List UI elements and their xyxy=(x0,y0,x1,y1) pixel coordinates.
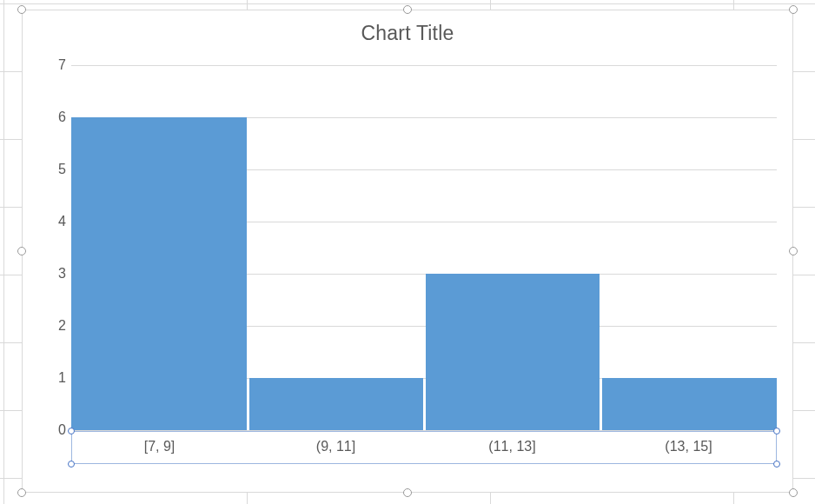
y-tick: 0 xyxy=(40,422,66,438)
selection-handle[interactable] xyxy=(17,247,26,255)
y-tick: 2 xyxy=(40,318,66,334)
y-tick: 4 xyxy=(40,214,66,229)
y-tick: 3 xyxy=(40,266,66,282)
category-axis-handle[interactable] xyxy=(68,428,75,434)
plot-area[interactable] xyxy=(71,65,777,430)
bars xyxy=(71,65,777,430)
y-tick: 5 xyxy=(40,162,66,177)
category-axis-handle[interactable] xyxy=(68,461,75,468)
chart-object[interactable]: Chart Title 0 1 2 3 4 5 6 7 xyxy=(22,10,793,493)
x-tick: (11, 13] xyxy=(424,439,600,454)
selection-handle[interactable] xyxy=(17,5,26,14)
x-tick: (9, 11] xyxy=(248,439,424,454)
y-axis-ticks: 0 1 2 3 4 5 6 7 xyxy=(40,65,66,430)
bar[interactable] xyxy=(249,378,423,430)
selection-handle[interactable] xyxy=(17,488,26,497)
x-tick: [7, 9] xyxy=(71,439,248,454)
bar[interactable] xyxy=(71,117,247,430)
x-axis-ticks: [7, 9] (9, 11] (11, 13] (13, 15] xyxy=(71,439,777,460)
bar[interactable] xyxy=(426,274,600,430)
x-tick: (13, 15] xyxy=(600,439,777,454)
y-tick: 7 xyxy=(40,57,66,73)
x-axis-line xyxy=(71,430,777,431)
selection-handle[interactable] xyxy=(403,5,412,14)
y-tick: 6 xyxy=(40,109,66,125)
selection-handle[interactable] xyxy=(789,247,798,255)
sheet-gridline xyxy=(3,0,4,504)
chart-title[interactable]: Chart Title xyxy=(23,22,792,45)
selection-handle[interactable] xyxy=(789,488,798,497)
category-axis-handle[interactable] xyxy=(773,461,780,468)
selection-handle[interactable] xyxy=(789,5,798,14)
worksheet[interactable]: Chart Title 0 1 2 3 4 5 6 7 xyxy=(0,0,815,504)
bar[interactable] xyxy=(602,378,778,430)
selection-handle[interactable] xyxy=(403,488,412,497)
y-tick: 1 xyxy=(40,370,66,386)
sheet-gridline xyxy=(0,3,815,4)
category-axis-handle[interactable] xyxy=(773,428,780,434)
